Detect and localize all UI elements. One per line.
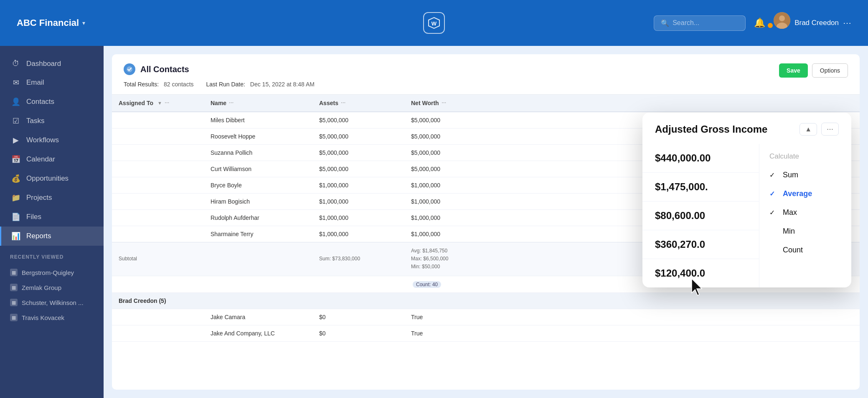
table-row: Jake Camara $0 True: [112, 309, 860, 325]
popup-more-button[interactable]: ⋯: [821, 123, 839, 136]
calc-label-min: Min: [783, 227, 795, 236]
sidebar-item-label: Contacts: [26, 98, 54, 106]
sidebar-item-tasks[interactable]: ☑ Tasks: [0, 111, 104, 131]
main-layout: ⏱ Dashboard ✉ Email 👤 Contacts ☑ Tasks ▶…: [0, 46, 868, 398]
report-title: All Contacts: [140, 65, 189, 74]
recent-item-3[interactable]: ▦ Schuster, Wilkinson ...: [10, 295, 94, 310]
sidebar-item-opportunities[interactable]: 💰 Opportunities: [0, 169, 104, 188]
content-area: All Contacts Total Results: 82 contacts …: [104, 46, 868, 398]
calc-item-count[interactable]: ✓ Count: [759, 241, 851, 259]
calculate-title: Calculate: [759, 148, 851, 166]
check-sum: ✓: [769, 171, 778, 179]
search-box[interactable]: 🔍: [654, 15, 746, 31]
sidebar-item-reports[interactable]: 📊 Reports: [0, 227, 104, 246]
reports-icon: 📊: [11, 232, 20, 241]
popup-panel: Adjusted Gross Income ▲ ⋯ $440,000.00 $1…: [642, 113, 851, 287]
sidebar-item-projects[interactable]: 📁 Projects: [0, 188, 104, 207]
calc-label-max: Max: [783, 208, 797, 217]
sidebar-item-label: Dashboard: [26, 60, 61, 68]
value-row-2: $1,475,000.: [642, 173, 759, 202]
content-inner: All Contacts Total Results: 82 contacts …: [112, 54, 860, 390]
svg-text:W: W: [431, 20, 437, 27]
last-run-date: Last Run Date: Dec 15, 2022 at 8:48 AM: [206, 81, 315, 88]
value-row-3: $80,600.00: [642, 202, 759, 230]
calc-item-max[interactable]: ✓ Max: [759, 203, 851, 222]
sort-arrows-button[interactable]: ▲: [799, 123, 817, 136]
sidebar-item-label: Calendar: [26, 155, 55, 164]
options-button[interactable]: Options: [812, 63, 848, 78]
report-meta: Total Results: 82 contacts Last Run Date…: [124, 81, 848, 88]
svg-point-3: [779, 15, 785, 21]
dashboard-icon: ⏱: [11, 59, 20, 68]
action-buttons: Save Options: [779, 63, 848, 78]
recently-viewed-label: RECENTLY VIEWED: [10, 254, 94, 260]
workflows-icon: ▶: [11, 136, 20, 145]
sidebar-item-workflows[interactable]: ▶ Workflows: [0, 131, 104, 150]
popup-body: $440,000.00 $1,475,000. $80,600.00 $360,…: [642, 144, 851, 287]
col-name: Name ⋯: [204, 95, 312, 112]
check-count: ✓: [769, 246, 778, 254]
save-button[interactable]: Save: [779, 63, 808, 78]
sidebar-item-label: Projects: [26, 194, 52, 202]
calendar-icon: 📅: [11, 155, 20, 164]
recent-item-2[interactable]: ▦ Zemlak Group: [10, 280, 94, 295]
table-header-row: Assigned To ▼ ⋯ Name ⋯: [112, 95, 860, 112]
subtotal-assets: Sum: $73,830,000: [319, 256, 360, 262]
report-title-icon: [124, 63, 135, 75]
filter-icon-assigned[interactable]: ▼: [157, 101, 162, 106]
dots-icon-name[interactable]: ⋯: [229, 101, 233, 106]
col-net-worth: Net Worth ⋯: [404, 95, 860, 112]
calc-item-average[interactable]: ✓ Average: [759, 184, 851, 203]
recent-item-4[interactable]: ▦ Travis Kovacek: [10, 310, 94, 325]
sidebar-item-contacts[interactable]: 👤 Contacts: [0, 92, 104, 111]
logo-icon: W: [423, 12, 445, 34]
sidebar-item-label: Opportunities: [26, 174, 69, 183]
sidebar-item-dashboard[interactable]: ⏱ Dashboard: [0, 54, 104, 73]
calc-label-count: Count: [783, 246, 803, 254]
adjusted-gross-income-popup: Adjusted Gross Income ▲ ⋯ $440,000.00 $1…: [642, 113, 851, 287]
col-assets: Assets ⋯: [312, 95, 404, 112]
recent-icon-1: ▦: [10, 269, 18, 276]
dots-icon-assets[interactable]: ⋯: [341, 101, 345, 106]
calc-item-min[interactable]: ✓ Min: [759, 222, 851, 241]
calc-label-sum: Sum: [783, 171, 798, 179]
popup-header-buttons: ▲ ⋯: [799, 123, 839, 136]
sidebar-item-calendar[interactable]: 📅 Calendar: [0, 150, 104, 169]
check-average: ✓: [769, 190, 778, 198]
subtotal-label: Subtotal: [119, 256, 137, 262]
sidebar-item-label: Workflows: [26, 136, 59, 144]
projects-icon: 📁: [11, 193, 20, 202]
sidebar-item-email[interactable]: ✉ Email: [0, 73, 104, 92]
dots-icon-assigned[interactable]: ⋯: [165, 101, 169, 106]
recent-item-1[interactable]: ▦ Bergstrom-Quigley: [10, 265, 94, 280]
popup-title: Adjusted Gross Income: [655, 123, 767, 135]
opportunities-icon: 💰: [11, 174, 20, 183]
calc-label-average: Average: [783, 189, 812, 198]
online-status-dot: [768, 23, 773, 28]
group-row-brad: Brad Creedon (5): [112, 292, 860, 309]
value-row-5: $120,400.0: [642, 259, 759, 287]
check-max: ✓: [769, 209, 778, 217]
user-area: Brad Creedon ⋯: [774, 12, 851, 34]
table-row: Jake And Company, LLC $0 True: [112, 325, 860, 341]
report-header: All Contacts Total Results: 82 contacts …: [112, 54, 860, 95]
search-input[interactable]: [673, 19, 739, 27]
recent-icon-3: ▦: [10, 299, 18, 306]
user-name: Brad Creedon: [794, 19, 839, 27]
tasks-icon: ☑: [11, 116, 20, 126]
popup-values: $440,000.00 $1,475,000. $80,600.00 $360,…: [642, 144, 759, 287]
recently-viewed-section: RECENTLY VIEWED ▦ Bergstrom-Quigley ▦ Ze…: [0, 254, 104, 325]
count-badge: Count: 40: [413, 281, 441, 288]
sidebar-item-label: Tasks: [26, 117, 44, 125]
subtotal-networth: Avg: $1,845,750Max: $6,500,000Min: $50,0…: [411, 248, 448, 270]
files-icon: 📄: [11, 212, 20, 222]
user-more-icon[interactable]: ⋯: [843, 18, 851, 28]
app-dropdown-arrow[interactable]: ▾: [82, 20, 85, 26]
bell-icon[interactable]: 🔔: [754, 18, 765, 28]
sidebar-item-files[interactable]: 📄 Files: [0, 207, 104, 227]
sidebar-item-label: Files: [26, 213, 41, 221]
total-results: Total Results: 82 contacts: [124, 81, 194, 88]
check-min: ✓: [769, 227, 778, 235]
calc-item-sum[interactable]: ✓ Sum: [759, 166, 851, 184]
dots-icon-networth[interactable]: ⋯: [442, 101, 446, 106]
